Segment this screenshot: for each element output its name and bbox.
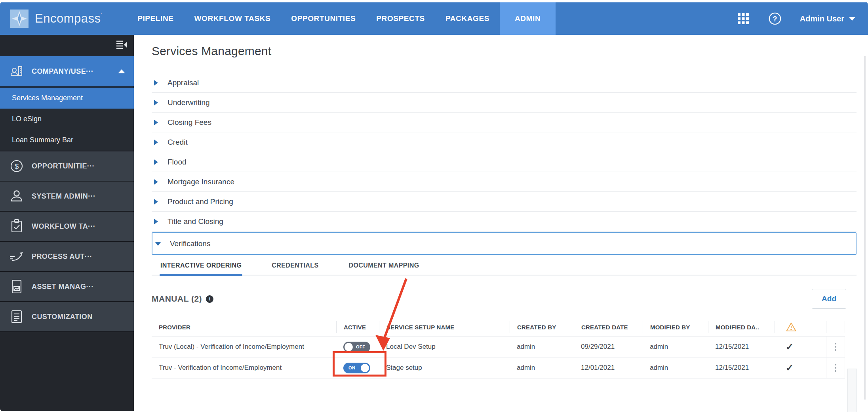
sidebar-section-label: WORKFLOW TA··· bbox=[32, 222, 95, 231]
created-date-cell: 09/29/2021 bbox=[574, 337, 643, 357]
accordion-label: Verifications bbox=[170, 239, 210, 248]
service-setup-name-cell: Stage setup bbox=[379, 358, 510, 378]
accordion-row-underwriting[interactable]: Underwriting bbox=[152, 93, 857, 113]
service-setup-name-cell: Local Dev Setup bbox=[379, 337, 510, 357]
triangle-right-icon bbox=[154, 199, 158, 205]
help-icon[interactable]: ? bbox=[768, 12, 782, 25]
active-toggle-off[interactable]: OFF bbox=[343, 342, 370, 352]
modified-date-cell: 12/15/2021 bbox=[708, 337, 775, 357]
accordion-label: Flood bbox=[168, 158, 187, 166]
accordion-row-closing-fees[interactable]: Closing Fees bbox=[152, 113, 857, 132]
accordion-row-mortgage-insurance[interactable]: Mortgage Insurance bbox=[152, 172, 857, 192]
customization-list-icon bbox=[8, 308, 25, 325]
company-user-icon bbox=[8, 63, 25, 80]
sidebar-section-process-aut[interactable]: PROCESS AUT··· bbox=[0, 241, 134, 271]
user-menu[interactable]: Admin User bbox=[800, 14, 855, 23]
top-navigation-bar: Encompass' PIPELINEWORKFLOW TASKSOPPORTU… bbox=[0, 2, 868, 35]
services-accordion: AppraisalUnderwritingClosing FeesCreditF… bbox=[152, 73, 857, 255]
info-icon[interactable]: i bbox=[206, 295, 213, 303]
manual-heading: MANUAL (2) bbox=[152, 294, 202, 304]
main-content: Services Management AppraisalUnderwritin… bbox=[134, 35, 868, 411]
column-header-service-setup-name: SERVICE SETUP NAME bbox=[379, 321, 510, 333]
status-cell: ✓ bbox=[775, 358, 826, 378]
sidebar-section-workflow-ta[interactable]: WORKFLOW TA··· bbox=[0, 211, 134, 241]
kebab-menu-icon[interactable] bbox=[835, 343, 836, 351]
table-header-row: PROVIDERACTIVESERVICE SETUP NAMECREATED … bbox=[152, 318, 845, 337]
accordion-label: Product and Pricing bbox=[168, 197, 233, 206]
nav-item-packages[interactable]: PACKAGES bbox=[435, 2, 500, 35]
tab-credentials[interactable]: CREDENTIALS bbox=[272, 262, 318, 275]
sidebar-section-opportunitie[interactable]: $OPPORTUNITIE··· bbox=[0, 151, 134, 181]
accordion-label: Title and Closing bbox=[168, 217, 223, 226]
row-menu-cell bbox=[826, 337, 845, 357]
sidebar-section-asset-manag[interactable]: ASSET MANAG··· bbox=[0, 271, 134, 301]
sidebar-section-label: COMPANY/USE··· bbox=[32, 67, 93, 76]
accordion-row-flood[interactable]: Flood bbox=[152, 152, 857, 172]
accordion-row-title-and-closing[interactable]: Title and Closing bbox=[152, 212, 857, 231]
modified-by-cell: admin bbox=[643, 337, 708, 357]
manual-section-bar: MANUAL (2) i Add bbox=[152, 289, 857, 309]
add-button[interactable]: Add bbox=[812, 289, 846, 309]
sidebar-item-services-management[interactable]: Services Management bbox=[0, 86, 134, 109]
collapse-menu-icon[interactable] bbox=[116, 40, 128, 52]
dollar-icon: $ bbox=[8, 157, 25, 175]
tab-interactive-ordering[interactable]: INTERACTIVE ORDERING bbox=[160, 262, 242, 275]
table-row-2: Truv - Verification of Income/Employment… bbox=[152, 358, 845, 379]
svg-text:?: ? bbox=[773, 15, 777, 23]
table-edge-scrollbar[interactable] bbox=[847, 369, 857, 412]
column-header-created-by: CREATED BY bbox=[510, 321, 574, 333]
encompass-logo-icon bbox=[10, 10, 29, 28]
providers-table: PROVIDERACTIVESERVICE SETUP NAMECREATED … bbox=[152, 318, 845, 379]
accordion-label: Mortgage Insurance bbox=[168, 178, 234, 186]
triangle-right-icon bbox=[154, 219, 158, 224]
accordion-row-product-and-pricing[interactable]: Product and Pricing bbox=[152, 192, 857, 212]
triangle-right-icon bbox=[154, 120, 158, 125]
page-title: Services Management bbox=[152, 44, 868, 58]
active-toggle-on[interactable]: ON bbox=[343, 363, 370, 373]
checkmark-icon: ✓ bbox=[786, 341, 794, 352]
accordion-row-credit[interactable]: Credit bbox=[152, 132, 857, 152]
triangle-right-icon bbox=[154, 140, 158, 145]
nav-item-workflow-tasks[interactable]: WORKFLOW TASKS bbox=[184, 2, 281, 35]
created-by-cell: admin bbox=[510, 337, 574, 357]
sidebar-section-label: PROCESS AUT··· bbox=[32, 252, 92, 261]
nav-right-cluster: ? Admin User bbox=[737, 2, 868, 35]
toggle-state-label: ON bbox=[348, 365, 356, 370]
triangle-right-icon bbox=[154, 179, 158, 185]
svg-text:$: $ bbox=[15, 162, 19, 170]
accordion-row-verifications-expanded[interactable]: Verifications bbox=[152, 232, 857, 255]
process-arrow-icon bbox=[8, 248, 25, 265]
apps-grid-icon[interactable] bbox=[737, 12, 750, 25]
table-row-1: Truv (Local) - Verification of Income/Em… bbox=[152, 337, 845, 358]
sidebar-item-loan-summary-bar[interactable]: Loan Summary Bar bbox=[0, 130, 134, 151]
encompass-admin-window: Encompass' PIPELINEWORKFLOW TASKSOPPORTU… bbox=[0, 0, 868, 413]
main-menu: PIPELINEWORKFLOW TASKSOPPORTUNITIESPROSP… bbox=[127, 2, 556, 35]
nav-item-prospects[interactable]: PROSPECTS bbox=[366, 2, 435, 35]
status-cell: ✓ bbox=[775, 337, 826, 357]
active-cell: ON bbox=[336, 358, 379, 378]
modified-date-cell: 12/15/2021 bbox=[708, 358, 775, 378]
active-cell: OFF bbox=[336, 337, 379, 357]
person-icon bbox=[8, 187, 25, 205]
toggle-state-label: OFF bbox=[356, 344, 365, 349]
sidebar-section-customization[interactable]: CUSTOMIZATION bbox=[0, 301, 134, 331]
sidebar-section-company-use[interactable]: COMPANY/USE··· bbox=[0, 56, 134, 86]
accordion-row-appraisal[interactable]: Appraisal bbox=[152, 73, 857, 93]
nav-item-pipeline[interactable]: PIPELINE bbox=[127, 2, 184, 35]
warning-icon bbox=[775, 321, 826, 333]
nav-item-opportunities[interactable]: OPPORTUNITIES bbox=[281, 2, 366, 35]
nav-item-admin[interactable]: ADMIN bbox=[500, 2, 556, 35]
tab-document-mapping[interactable]: DOCUMENT MAPPING bbox=[349, 262, 419, 275]
provider-cell: Truv - Verification of Income/Employment bbox=[152, 358, 336, 378]
toggle-knob bbox=[361, 364, 369, 372]
accordion-label: Underwriting bbox=[168, 98, 210, 107]
sidebar-item-lo-esign[interactable]: LO eSign bbox=[0, 109, 134, 130]
page-scrollbar[interactable] bbox=[864, 56, 866, 400]
chevron-up-icon bbox=[118, 69, 125, 73]
clipboard-check-icon bbox=[8, 218, 25, 235]
kebab-menu-icon[interactable] bbox=[835, 364, 836, 372]
sidebar-section-system-admin[interactable]: SYSTEM ADMIN··· bbox=[0, 181, 134, 211]
provider-cell: Truv (Local) - Verification of Income/Em… bbox=[152, 337, 336, 357]
created-date-cell: 12/01/2021 bbox=[574, 358, 643, 378]
triangle-right-icon bbox=[154, 159, 158, 165]
